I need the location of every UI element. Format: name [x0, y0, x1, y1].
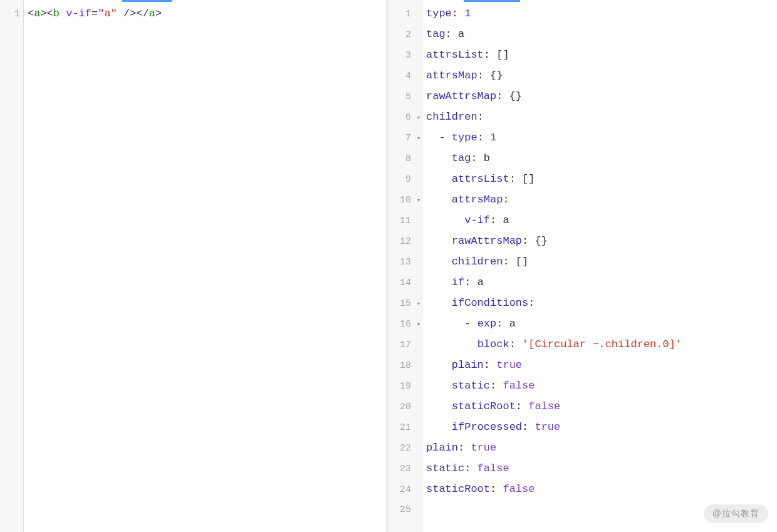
- code-line[interactable]: 3attrsList: []: [388, 45, 777, 66]
- code-line[interactable]: 20 staticRoot: false: [388, 397, 777, 417]
- code-content[interactable]: static: false: [422, 376, 777, 396]
- token-plain: [426, 297, 452, 309]
- code-content[interactable]: ifConditions:: [422, 293, 777, 313]
- code-line[interactable]: 17 block: '[Circular ~.children.0]': [388, 335, 777, 355]
- code-content[interactable]: children:: [422, 107, 777, 127]
- token-punct: :: [528, 297, 535, 309]
- right-editor-pane[interactable]: 1type: 12tag: a3attrsList: []4attrsMap: …: [388, 0, 777, 532]
- token-punct: :: [490, 214, 503, 226]
- code-content[interactable]: attrsMap: {}: [422, 66, 777, 86]
- code-line[interactable]: 1<a><b v-if="a" /></a>: [0, 4, 386, 24]
- line-number: 1: [0, 4, 24, 24]
- line-number: 1: [388, 4, 415, 24]
- code-content[interactable]: static: false: [422, 459, 777, 479]
- line-number: 16: [388, 315, 415, 335]
- fold-toggle-icon[interactable]: ▾: [415, 108, 422, 128]
- line-number: 12: [388, 232, 415, 252]
- code-line[interactable]: 23static: false: [388, 459, 777, 479]
- token-plain: a: [503, 214, 509, 226]
- token-punct: :: [458, 442, 471, 454]
- code-content[interactable]: staticRoot: false: [422, 479, 777, 499]
- code-content[interactable]: children: []: [422, 252, 777, 272]
- code-line[interactable]: 1type: 1: [388, 4, 777, 24]
- token-punct: :: [464, 276, 477, 288]
- line-number: 15: [388, 294, 415, 314]
- token-punct: : {}: [496, 90, 522, 102]
- left-gutter: [0, 0, 24, 532]
- code-content[interactable]: rawAttrsMap: {}: [422, 86, 777, 107]
- code-content[interactable]: tag: b: [422, 149, 777, 169]
- code-line[interactable]: 25: [388, 500, 777, 520]
- code-line[interactable]: 11 v-if: a: [388, 211, 777, 231]
- code-content[interactable]: - exp: a: [422, 314, 777, 334]
- token-bool: true: [535, 421, 560, 433]
- code-line[interactable]: 22plain: true: [388, 438, 777, 459]
- code-content[interactable]: type: 1: [422, 4, 777, 24]
- token-dash: -: [439, 132, 451, 143]
- code-content[interactable]: v-if: a: [422, 211, 777, 231]
- right-code-area[interactable]: 1type: 12tag: a3attrsList: []4attrsMap: …: [388, 4, 777, 520]
- code-line[interactable]: 4attrsMap: {}: [388, 66, 777, 86]
- tab-indicator-right: [464, 0, 520, 2]
- line-number: 17: [388, 335, 415, 355]
- token-key: children: [452, 256, 503, 268]
- code-line[interactable]: 7▾ - type: 1: [388, 128, 777, 149]
- token-punct: : {}: [522, 235, 548, 247]
- code-content[interactable]: if: a: [422, 273, 777, 293]
- editor-split-view: 1<a><b v-if="a" /></a> 1type: 12tag: a3a…: [0, 0, 777, 532]
- left-code-area[interactable]: 1<a><b v-if="a" /></a>: [0, 4, 386, 24]
- code-line[interactable]: 6▾children:: [388, 107, 777, 128]
- token-key: staticRoot: [426, 483, 490, 495]
- fold-toggle-icon[interactable]: ▾: [415, 294, 422, 314]
- code-content[interactable]: attrsMap:: [422, 190, 777, 210]
- code-line[interactable]: 8 tag: b: [388, 149, 777, 169]
- code-content[interactable]: attrsList: []: [422, 45, 777, 65]
- token-dash: -: [464, 318, 477, 330]
- code-line[interactable]: 15▾ ifConditions:: [388, 293, 777, 314]
- fold-toggle-icon[interactable]: ▾: [415, 315, 422, 335]
- code-content[interactable]: plain: true: [422, 355, 777, 375]
- token-plain: [426, 173, 452, 185]
- code-content[interactable]: ifProcessed: true: [422, 417, 777, 437]
- token-plain: a: [458, 28, 464, 40]
- code-line[interactable]: 14 if: a: [388, 273, 777, 293]
- code-content[interactable]: rawAttrsMap: {}: [422, 231, 777, 251]
- code-content[interactable]: <a><b v-if="a" /></a>: [24, 4, 386, 24]
- fold-toggle-icon[interactable]: ▾: [415, 190, 422, 211]
- token-punct: :: [452, 8, 464, 19]
- code-content[interactable]: block: '[Circular ~.children.0]': [422, 335, 777, 355]
- code-content[interactable]: - type: 1: [422, 128, 777, 148]
- token-punct: :: [446, 28, 458, 40]
- line-number: 5: [388, 87, 415, 107]
- token-key: tag: [426, 28, 446, 40]
- token-key: children: [426, 111, 477, 123]
- code-content[interactable]: plain: true: [422, 438, 777, 458]
- code-content[interactable]: attrsList: []: [422, 169, 777, 189]
- line-number: 4: [388, 66, 415, 86]
- token-punct: </: [136, 8, 149, 19]
- line-number: 22: [388, 439, 415, 459]
- left-editor-pane[interactable]: 1<a><b v-if="a" /></a>: [0, 0, 388, 532]
- code-line[interactable]: 18 plain: true: [388, 355, 777, 376]
- code-line[interactable]: 9 attrsList: []: [388, 169, 777, 190]
- code-line[interactable]: 16▾ - exp: a: [388, 314, 777, 335]
- code-content[interactable]: tag: a: [422, 24, 777, 44]
- code-line[interactable]: 19 static: false: [388, 376, 777, 397]
- token-key: static: [452, 380, 490, 392]
- token-bool: false: [528, 400, 560, 412]
- line-number: 25: [388, 500, 415, 520]
- code-content[interactable]: staticRoot: false: [422, 397, 777, 417]
- code-line[interactable]: 13 children: []: [388, 252, 777, 273]
- code-line[interactable]: 12 rawAttrsMap: {}: [388, 231, 777, 252]
- token-plain: [426, 256, 452, 268]
- fold-toggle-icon[interactable]: ▾: [415, 128, 422, 149]
- code-line[interactable]: 24staticRoot: false: [388, 479, 777, 500]
- token-plain: [426, 318, 464, 330]
- token-key: staticRoot: [452, 400, 516, 412]
- code-line[interactable]: 21 ifProcessed: true: [388, 417, 777, 438]
- code-line[interactable]: 10▾ attrsMap:: [388, 190, 777, 211]
- code-line[interactable]: 2tag: a: [388, 24, 777, 45]
- code-line[interactable]: 5rawAttrsMap: {}: [388, 86, 777, 107]
- token-str: '[Circular ~.children.0]': [522, 338, 682, 350]
- token-key: static: [426, 462, 464, 474]
